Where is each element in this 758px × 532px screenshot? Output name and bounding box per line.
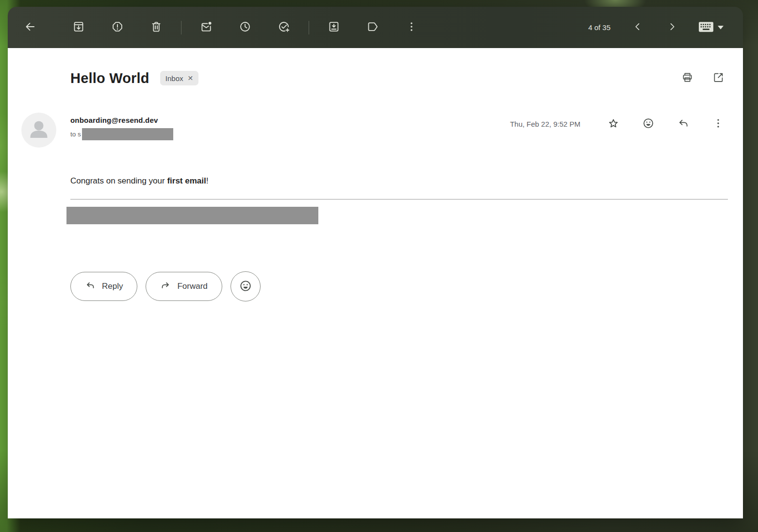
recipient-row[interactable]: to s [70, 128, 173, 140]
pagination-controls: 4 of 35 [588, 16, 728, 39]
smiley-icon [239, 279, 252, 294]
reply-arrow-icon [677, 117, 690, 131]
body-divider [70, 199, 728, 200]
toolbar-separator [309, 21, 309, 34]
email-toolbar: 4 of 35 [8, 7, 743, 48]
caret-down-icon [718, 24, 724, 31]
archive-button[interactable] [67, 16, 90, 39]
more-vert-icon [712, 117, 725, 131]
print-button[interactable] [677, 68, 697, 88]
more-vert-icon [405, 20, 418, 34]
pagination-text: 4 of 35 [588, 23, 610, 32]
add-to-tasks-icon [278, 20, 290, 34]
forward-pill-button[interactable]: Forward [146, 272, 222, 301]
message-meta: Thu, Feb 22, 9:52 PM [510, 113, 728, 133]
emoji-reaction-button[interactable] [639, 114, 658, 133]
open-in-new-icon [712, 71, 725, 85]
inbox-label-chip[interactable]: Inbox ✕ [160, 71, 198, 85]
chevron-left-icon [632, 21, 643, 34]
reply-button[interactable] [674, 114, 693, 133]
delete-button[interactable] [145, 16, 168, 39]
redacted-recipient [82, 128, 173, 140]
input-tools-button[interactable] [693, 16, 728, 39]
chevron-right-icon [666, 21, 678, 34]
back-arrow-icon [24, 20, 36, 34]
smiley-icon [642, 117, 655, 131]
mark-unread-icon [200, 20, 213, 34]
inbox-label-text: Inbox [165, 74, 183, 83]
sender-avatar[interactable] [21, 113, 56, 148]
report-spam-button[interactable] [106, 16, 129, 39]
body-text-end: ! [206, 176, 209, 185]
back-button[interactable] [18, 16, 42, 39]
subject-row: Hello World Inbox ✕ [8, 48, 743, 88]
snooze-clock-icon [239, 20, 251, 34]
star-button[interactable] [604, 114, 623, 133]
sender-email[interactable]: onboarding@resend.dev [70, 116, 173, 124]
more-options-button[interactable] [400, 16, 423, 39]
remove-label-icon[interactable]: ✕ [187, 75, 193, 82]
label-tag-icon [366, 20, 379, 34]
reply-pill-label: Reply [102, 282, 123, 291]
labels-button[interactable] [361, 16, 384, 39]
open-in-new-window-button[interactable] [709, 68, 728, 88]
move-to-button[interactable] [322, 16, 346, 39]
keyboard-icon [698, 21, 714, 34]
forward-pill-label: Forward [177, 282, 207, 291]
star-icon [607, 117, 620, 131]
add-reaction-button[interactable] [231, 271, 261, 301]
report-spam-icon [111, 20, 124, 34]
email-body: Congrats on sending your first email! [8, 148, 743, 186]
mark-unread-button[interactable] [195, 16, 218, 39]
printer-icon [681, 71, 693, 85]
recipient-text: to s [70, 131, 81, 138]
older-email-button[interactable] [660, 16, 684, 39]
message-more-button[interactable] [709, 114, 728, 133]
subject-actions [677, 68, 728, 88]
email-subject: Hello World [70, 68, 149, 88]
reply-forward-bar: Reply Forward [70, 271, 743, 301]
forward-arrow-icon [160, 280, 171, 293]
email-view: Hello World Inbox ✕ [8, 48, 743, 518]
body-text: Congrats on sending your [70, 176, 167, 185]
message-date: Thu, Feb 22, 9:52 PM [510, 120, 580, 128]
redacted-content [66, 207, 318, 224]
sender-block: onboarding@resend.dev to s [70, 113, 173, 140]
message-header: onboarding@resend.dev to s Thu, Feb 22, … [8, 88, 743, 148]
body-text-bold: first email [167, 176, 206, 185]
newer-email-button[interactable] [626, 16, 649, 39]
reply-arrow-icon [85, 280, 96, 293]
archive-icon [72, 20, 85, 34]
add-to-tasks-button[interactable] [272, 16, 296, 39]
reply-pill-button[interactable]: Reply [70, 272, 137, 301]
gmail-window: 4 of 35 [8, 7, 743, 518]
move-to-icon [328, 20, 340, 34]
snooze-button[interactable] [233, 16, 257, 39]
person-icon [21, 112, 56, 149]
toolbar-separator [181, 21, 181, 34]
trash-icon [150, 20, 163, 34]
